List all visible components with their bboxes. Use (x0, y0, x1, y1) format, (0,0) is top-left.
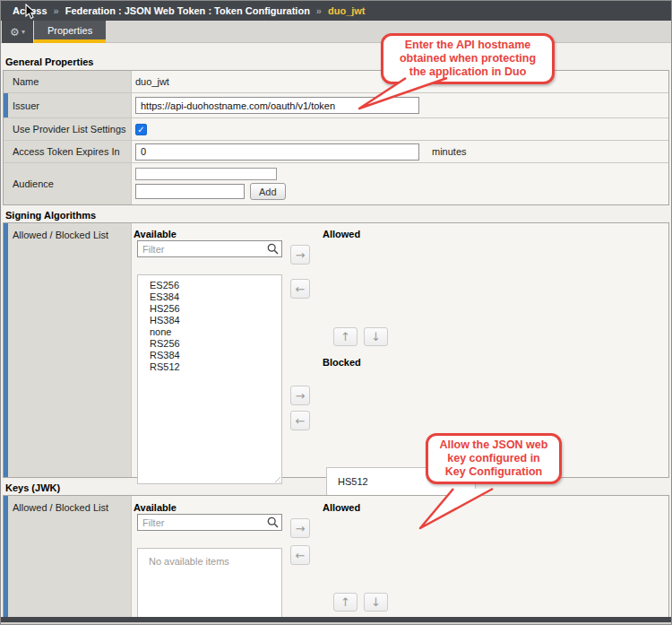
keys-allowed-move-down-button[interactable]: ↓ (364, 593, 388, 612)
minutes-unit-label: minutes (432, 146, 467, 157)
callout-line: key configured in (435, 452, 552, 465)
gear-icon: ⚙ (10, 26, 20, 39)
table-row: Issuer (4, 93, 668, 118)
modified-indicator (4, 93, 8, 117)
use-provider-list-settings-label: Use Provider List Settings (4, 118, 132, 140)
chevron-down-icon: ▾ (22, 28, 25, 36)
search-icon (267, 516, 279, 528)
keys-move-to-allowed-button[interactable]: → (290, 518, 310, 538)
audience-label: Audience (4, 163, 132, 204)
use-provider-list-settings-checkbox[interactable]: ✓ (135, 124, 147, 135)
breadcrumb-current: duo_jwt (328, 5, 366, 16)
breadcrumb-separator: » (316, 5, 322, 16)
signing-available-listbox[interactable]: ES256ES384HS256HS384noneRS256RS384RS512 (137, 274, 282, 484)
callout-tail (411, 487, 501, 532)
breadcrumb-separator: » (54, 5, 59, 16)
modified-indicator (4, 223, 8, 477)
name-label: Name (4, 71, 132, 92)
list-item[interactable]: ES384 (138, 291, 281, 303)
tab-bar: ⚙ ▾ Properties (1, 21, 671, 43)
signing-blocked-header: Blocked (323, 357, 361, 368)
keys-jwk-table: Allowed / Blocked List Available No avai… (3, 495, 669, 618)
table-row: Audience Add (4, 163, 668, 204)
signing-move-from-allowed-button[interactable]: ← (290, 279, 310, 299)
signing-allowed-header: Allowed (323, 229, 360, 239)
signing-available-header: Available (134, 229, 177, 239)
table-row: Allowed / Blocked List Available No avai… (4, 496, 668, 619)
breadcrumb: Access » Federation : JSON Web Token : T… (1, 1, 671, 21)
table-row: Allowed / Blocked List Available ES256ES… (4, 223, 668, 477)
keys-available-header: Available (134, 502, 177, 513)
list-item[interactable]: RS384 (138, 350, 281, 361)
issuer-label: Issuer (13, 100, 39, 111)
section-title-general-properties: General Properties (5, 56, 93, 67)
signing-allowed-move-up-button[interactable]: ↑ (333, 327, 358, 346)
list-item[interactable]: RS256 (138, 338, 281, 350)
callout-line: Allow the JSON web (435, 438, 552, 452)
keys-allowed-header: Allowed (323, 502, 360, 513)
callout-line: Key Configuration (435, 465, 552, 479)
signing-allowed-blocked-label: Allowed / Blocked List (13, 230, 108, 240)
table-row: Name duo_jwt (4, 71, 668, 93)
name-value: duo_jwt (135, 76, 169, 87)
list-item[interactable]: HS256 (138, 303, 281, 315)
section-title-keys-jwk: Keys (JWK) (5, 482, 60, 493)
modified-indicator (4, 496, 8, 619)
search-icon (267, 243, 279, 255)
list-item[interactable]: none (138, 326, 281, 338)
keys-allowed-move-up-button[interactable]: ↑ (333, 593, 358, 612)
gear-menu-button[interactable]: ⚙ ▾ (2, 21, 33, 43)
general-properties-table: Name duo_jwt Issuer Use Provider List Se… (3, 70, 669, 205)
keys-move-from-allowed-button[interactable]: ← (290, 545, 310, 565)
list-item[interactable]: RS512 (138, 361, 281, 373)
mouse-cursor-icon (25, 4, 37, 20)
resize-grip[interactable] (272, 474, 280, 482)
signing-move-to-blocked-button[interactable]: → (290, 386, 310, 405)
keys-filter-input[interactable] (137, 514, 282, 531)
access-token-expires-label: Access Token Expires In (4, 141, 132, 162)
audience-add-button[interactable]: Add (250, 183, 286, 200)
keys-allowed-blocked-label: Allowed / Blocked List (13, 502, 108, 513)
callout-tail (356, 76, 456, 114)
signing-allowed-move-down-button[interactable]: ↓ (364, 327, 388, 346)
callout-line: Enter the API hostname (391, 39, 545, 52)
callout-line: obtained when protecting (391, 52, 545, 65)
section-title-signing-algorithms: Signing Algorithms (5, 210, 96, 221)
table-row: Access Token Expires In minutes (4, 141, 668, 163)
signing-move-to-allowed-button[interactable]: → (290, 245, 310, 265)
audience-input[interactable] (135, 184, 245, 199)
keys-available-listbox[interactable]: No available items (137, 548, 282, 625)
signing-filter-input[interactable] (137, 240, 282, 257)
callout-jwk: Allow the JSON web key configured in Key… (426, 433, 562, 484)
list-item[interactable]: ES256 (138, 280, 281, 291)
list-item[interactable]: HS384 (138, 315, 281, 326)
signing-move-from-blocked-button[interactable]: ← (290, 411, 310, 430)
table-row: Use Provider List Settings ✓ (4, 118, 668, 141)
no-available-items-text: No available items (138, 549, 281, 567)
tab-properties[interactable]: Properties (34, 21, 106, 43)
audience-listbox[interactable] (135, 168, 277, 180)
breadcrumb-path[interactable]: Federation : JSON Web Token : Token Conf… (65, 5, 310, 16)
app-window: Access » Federation : JSON Web Token : T… (0, 0, 672, 625)
access-token-expires-input[interactable] (135, 143, 419, 161)
signing-algorithms-table: Allowed / Blocked List Available ES256ES… (3, 222, 669, 478)
